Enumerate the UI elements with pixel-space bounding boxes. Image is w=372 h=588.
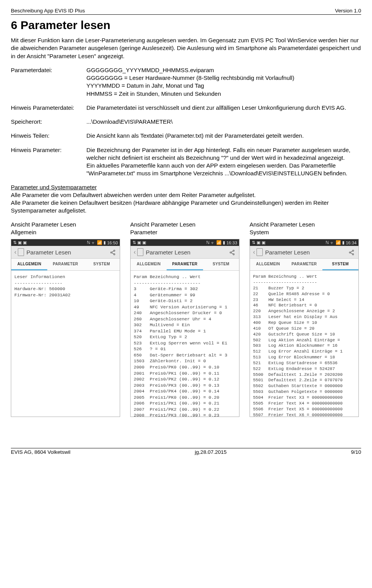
appbar-title: Parameter Lesen <box>265 249 346 256</box>
doc-icon <box>257 248 263 256</box>
def-value: Die Ansicht kann als Textdatei (Paramete… <box>86 132 361 140</box>
screen-content: Param Bezeichnung .. Wert --------------… <box>250 271 358 417</box>
svg-line-3 <box>112 251 114 252</box>
nfc-icon: ℕ <box>326 240 329 245</box>
appbar-title: Parameter Lesen <box>26 249 107 256</box>
back-icon[interactable]: ‹ <box>13 249 18 256</box>
tab-allgemein[interactable]: ALLGEMEIN <box>11 259 47 270</box>
subsection-text: Alle Parameter die vom Defaultwert abwei… <box>11 191 361 215</box>
caption-line: Parameter <box>130 229 157 235</box>
notif-icon: ▣ <box>23 240 27 245</box>
signal-icon: 📶 <box>336 240 341 245</box>
def-label: Hinweis Parameter: <box>11 146 86 178</box>
section-heading: 6 Parameter lesen <box>11 19 361 32</box>
svg-line-14 <box>350 253 352 254</box>
def-hinweis-parameterdatei: Hinweis Parameterdatei: Die Parameterdat… <box>11 104 361 112</box>
caption-line: Allgemein <box>11 229 36 235</box>
def-line: GGGGGGGG = Leser Hardware-Nummer (8-Stel… <box>86 74 361 82</box>
doc-title: Beschreibung App EVIS ID Plus <box>11 8 85 14</box>
caption-line: Ansicht Parameter Lesen <box>250 221 315 228</box>
tab-system[interactable]: SYSTEM <box>203 259 239 270</box>
usb-icon: ⇅ <box>13 240 17 245</box>
tab-bar: ALLGEMEIN PARAMETER SYSTEM <box>131 259 239 271</box>
signal-icon: 📶 <box>216 240 222 245</box>
appbar-title: Parameter Lesen <box>146 249 227 256</box>
share-icon[interactable] <box>227 249 238 256</box>
def-line: YYYYMMDD = Datum in Jahr, Monat und Tag <box>86 82 361 90</box>
def-label: Parameterdatei: <box>11 66 86 98</box>
tab-parameter[interactable]: PARAMETER <box>47 259 83 270</box>
status-bar: ⇅▣▣ ℕᯤ📶▮16:50 <box>11 239 120 246</box>
nfc-icon: ℕ <box>87 240 90 245</box>
svg-line-8 <box>231 251 233 252</box>
battery-icon: ▮ <box>223 240 225 245</box>
page-header: Beschreibung App EVIS ID Plus Version 1.… <box>11 8 361 15</box>
clock: 16:34 <box>346 240 356 245</box>
def-paragraph: Ein aktuelles Parameterfile kann auch vo… <box>86 162 361 178</box>
caption-line: Ansicht Parameter Lesen <box>130 221 195 228</box>
app-bar: ‹ Parameter Lesen <box>131 246 239 259</box>
tab-allgemein[interactable]: ALLGEMEIN <box>131 259 167 270</box>
usb-icon: ⇅ <box>252 240 255 245</box>
back-icon[interactable]: ‹ <box>132 249 137 256</box>
wifi-icon: ᯤ <box>330 240 334 245</box>
tab-parameter[interactable]: PARAMETER <box>167 259 203 270</box>
doc-version: Version 1.0 <box>335 8 361 14</box>
screen-content: Param Bezeichnung .. Wert --------------… <box>131 271 239 417</box>
intro-paragraph: Mit dieser Funktion kann die Leser-Param… <box>11 36 361 60</box>
def-label: Speicherort: <box>11 118 86 126</box>
notif-icon: ▣ <box>137 240 141 245</box>
svg-line-4 <box>112 253 114 254</box>
def-hinweis-teilen: Hinweis Teilen: Die Ansicht kann als Tex… <box>11 132 361 140</box>
def-paragraph: Die Bezeichnung der Parameter ist in der… <box>86 146 361 162</box>
tab-bar: ALLGEMEIN PARAMETER SYSTEM <box>11 259 120 271</box>
def-parameterdatei: Parameterdatei: GGGGGGGG_YYYYMMDD_HHMMSS… <box>11 66 361 98</box>
page-footer: EVIS AG, 8604 Volketswil jg,28.07.2015 9… <box>11 448 361 455</box>
screenshot-parameter: Ansicht Parameter Lesen Parameter ⇅▣▣ ℕᯤ… <box>130 221 242 417</box>
nfc-icon: ℕ <box>206 240 210 245</box>
usb-icon: ⇅ <box>133 240 136 245</box>
notif-icon: ▣ <box>257 240 260 245</box>
share-icon[interactable] <box>107 249 118 256</box>
subsection-heading: Parameter und Systemparameter <box>11 184 361 190</box>
screenshot-row: Ansicht Parameter Lesen Allgemein ⇅▣▣ ℕᯤ… <box>11 221 361 417</box>
status-bar: ⇅▣▣ ℕᯤ📶▮16:34 <box>250 239 358 246</box>
phone-mock: ⇅▣▣ ℕᯤ📶▮16:50 ‹ Parameter Lesen ALLGEMEI… <box>11 239 120 417</box>
phone-mock: ⇅▣▣ ℕᯤ📶▮16:34 ‹ Parameter Lesen ALLGEMEI… <box>250 239 359 417</box>
wifi-icon: ᯤ <box>91 240 96 245</box>
tab-system[interactable]: SYSTEM <box>84 259 120 270</box>
caption-line: System <box>250 229 269 235</box>
battery-icon: ▮ <box>103 240 106 245</box>
def-value: ...\Download\EVIS\PARAMETER\ <box>86 118 361 126</box>
doc-icon <box>137 248 143 256</box>
screen-content: Leser Informationen ------------------ H… <box>11 271 120 417</box>
footer-center: jg,28.07.2015 <box>195 449 227 455</box>
battery-icon: ▮ <box>342 240 344 245</box>
screenshot-allgemein: Ansicht Parameter Lesen Allgemein ⇅▣▣ ℕᯤ… <box>11 221 122 417</box>
caption-line: Ansicht Parameter Lesen <box>11 221 76 228</box>
app-bar: ‹ Parameter Lesen <box>11 246 120 259</box>
signal-icon: 📶 <box>97 240 102 245</box>
clock: 16:50 <box>107 240 118 245</box>
share-icon[interactable] <box>346 249 357 256</box>
notif-icon: ▣ <box>142 240 146 245</box>
doc-icon <box>18 248 24 256</box>
def-label: Hinweis Teilen: <box>11 132 86 140</box>
tab-parameter[interactable]: PARAMETER <box>286 259 322 270</box>
tab-bar: ALLGEMEIN PARAMETER SYSTEM <box>250 259 358 271</box>
def-line: GGGGGGGG_YYYYMMDD_HHMMSS.eviparam <box>86 66 361 74</box>
app-bar: ‹ Parameter Lesen <box>250 246 358 259</box>
clock: 16:33 <box>226 240 237 245</box>
notif-icon: ▣ <box>18 240 22 245</box>
def-hinweis-parameter: Hinweis Parameter: Die Bezeichnung der P… <box>11 146 361 178</box>
svg-line-9 <box>231 253 233 254</box>
notif-icon: ▣ <box>262 240 265 245</box>
back-icon[interactable]: ‹ <box>251 249 257 256</box>
footer-left: EVIS AG, 8604 Volketswil <box>11 449 71 455</box>
def-value: Die Parameterdatei ist verschlüsselt und… <box>86 104 361 112</box>
tab-allgemein[interactable]: ALLGEMEIN <box>250 259 286 270</box>
phone-mock: ⇅▣▣ ℕᯤ📶▮16:33 ‹ Parameter Lesen ALLGEMEI… <box>130 239 239 417</box>
wifi-icon: ᯤ <box>211 240 215 245</box>
def-line: HHMMSS = Zeit in Stunden, Minuten und Se… <box>86 90 361 98</box>
tab-system[interactable]: SYSTEM <box>322 259 358 270</box>
